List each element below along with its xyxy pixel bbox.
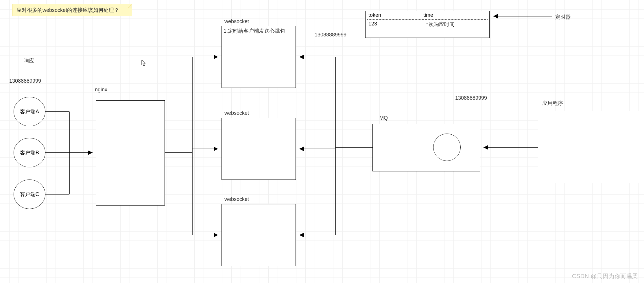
label-websocket3: websocket	[224, 196, 249, 202]
label-mq: MQ	[379, 115, 388, 121]
label-nginx: nginx	[95, 87, 107, 93]
mq-box	[372, 124, 480, 171]
table-data-row: 123 上次响应时间	[366, 20, 489, 29]
client-b-label: 客户端B	[20, 149, 39, 156]
label-websocket1: websocket	[224, 19, 249, 25]
mq-inner-circle	[433, 134, 461, 161]
token-table: token time 123 上次响应时间	[365, 11, 490, 38]
label-app: 应用程序	[542, 100, 563, 107]
label-websocket2: websocket	[224, 110, 249, 116]
client-c-label: 客户端C	[20, 191, 39, 198]
client-a-circle: 客户端A	[14, 97, 45, 126]
table-header-token: token	[368, 12, 423, 18]
label-phone-mq: 13088889999	[455, 95, 487, 101]
websocket1-inner-text: 1.定时给客户端发送心跳包	[224, 27, 285, 34]
websocket1-box: 1.定时给客户端发送心跳包	[222, 26, 296, 88]
websocket3-box	[222, 204, 296, 266]
cursor-icon	[141, 60, 146, 66]
app-box	[538, 111, 644, 183]
sticky-note-question: 应对很多的websocket的连接应该如何处理？	[12, 4, 132, 16]
label-phone-left: 13088889999	[9, 78, 41, 84]
label-timer: 定时器	[555, 14, 571, 21]
watermark-text: CSDN @只因为你而温柔	[572, 272, 638, 280]
table-header-row: token time	[366, 11, 489, 19]
client-a-label: 客户端A	[20, 108, 39, 115]
table-header-time: time	[423, 12, 486, 18]
sticky-note-text: 应对很多的websocket的连接应该如何处理？	[16, 7, 119, 13]
nginx-box	[96, 100, 165, 206]
client-c-circle: 客户端C	[14, 180, 45, 209]
label-phone-top: 13088889999	[315, 32, 346, 38]
label-response: 响应	[24, 57, 34, 64]
table-value-token: 123	[368, 21, 423, 28]
websocket2-box	[222, 118, 296, 180]
table-value-time: 上次响应时间	[423, 21, 486, 28]
client-b-circle: 客户端B	[14, 138, 45, 167]
